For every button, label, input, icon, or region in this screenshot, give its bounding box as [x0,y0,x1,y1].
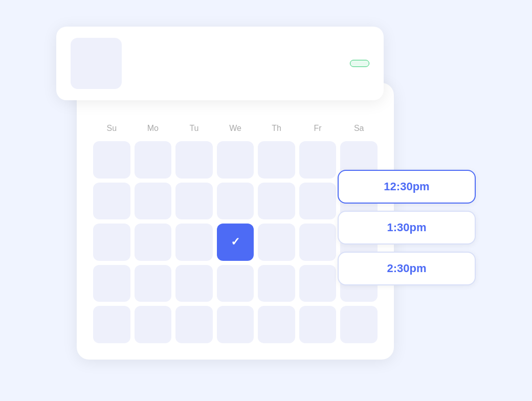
day-cell[interactable] [299,141,337,179]
day-header: Mo [135,124,172,137]
calendar-grid: SuMoTuWeThFrSa [93,124,378,343]
day-cell[interactable] [217,224,254,261]
day-cell[interactable] [93,306,130,343]
day-cell[interactable] [175,183,213,220]
time-slot[interactable]: 1:30pm [338,211,476,244]
day-cell[interactable] [258,141,295,179]
day-cell[interactable] [217,141,254,179]
day-cell[interactable] [175,141,213,179]
day-cell[interactable] [175,265,213,302]
day-cell[interactable] [258,265,295,302]
day-cell[interactable] [258,183,295,220]
day-cell[interactable] [135,306,172,343]
day-cell[interactable] [258,224,295,261]
day-header: Tu [175,124,213,137]
day-cell[interactable] [135,141,172,179]
day-cell[interactable] [217,183,254,220]
time-slot[interactable]: 2:30pm [338,252,476,285]
day-cell[interactable] [299,265,337,302]
day-cell[interactable] [175,306,213,343]
date-badge [71,38,122,89]
status-badge [350,60,369,67]
day-header: We [217,124,254,137]
event-card [56,27,384,100]
day-header: Fr [299,124,337,137]
time-slot[interactable]: 12:30pm [338,170,476,204]
day-cell[interactable] [217,265,254,302]
day-cell[interactable] [299,306,337,343]
day-cell[interactable] [93,141,130,179]
day-cell[interactable] [135,224,172,261]
day-header: Sa [340,124,378,137]
time-slots-panel: 12:30pm1:30pm2:30pm [338,170,476,285]
day-cell[interactable] [93,265,130,302]
day-cell[interactable] [217,306,254,343]
day-cell[interactable] [340,306,378,343]
day-header: Th [258,124,295,137]
day-cell[interactable] [299,183,337,220]
day-cell[interactable] [93,183,130,220]
day-cell[interactable] [175,224,213,261]
day-cell[interactable] [135,183,172,220]
day-header: Su [93,124,130,137]
day-cell[interactable] [135,265,172,302]
day-cell[interactable] [93,224,130,261]
event-info [132,62,340,64]
day-cell[interactable] [258,306,295,343]
day-cell[interactable] [299,224,337,261]
